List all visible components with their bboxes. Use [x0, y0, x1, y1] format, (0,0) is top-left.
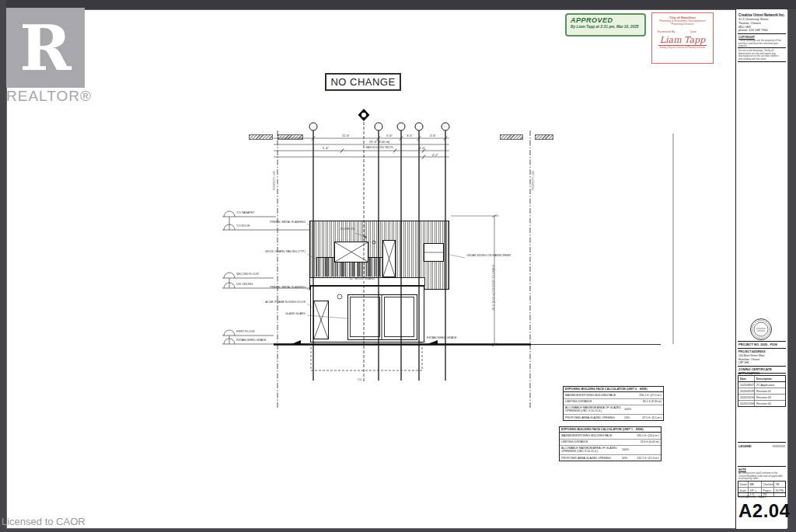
drawn-value: MB [749, 482, 762, 487]
rev-desc: ZC Application [755, 382, 785, 388]
rev-desc-header: Description [755, 376, 785, 381]
divider [738, 492, 786, 493]
row-pct: 100% [622, 448, 634, 451]
dim-text: 5'-4" [311, 146, 340, 150]
table-row: ALLOWABLE MAXIMUM AREA OF GLAZED OPENING… [560, 446, 661, 455]
calc-table-unit1: EXPOSING BUILDING FACE CALCULATION (UNIT… [559, 426, 662, 461]
row-pct: 50% [622, 457, 634, 460]
revision-row: 2020/08/07 ZC Application [738, 382, 785, 388]
date-label: Date [690, 30, 696, 33]
annotation: WOOD GUARD RAILING (TYP.) [233, 251, 305, 254]
dim-text: 5'-6" [379, 134, 400, 137]
divider [738, 373, 786, 374]
legend-value: XXXXXX [773, 445, 785, 449]
firm-phone: phone: 416 538 7940 [738, 29, 785, 33]
dim-height-rotated: 28'-6" [8.69 m] T/O ROOF TO GRADE [492, 225, 495, 311]
row-value: 30.1 ft (9.30 m) [636, 400, 662, 403]
calc-table-title: EXPOSING BUILDING FACE CALCULATION (UNIT… [564, 387, 663, 392]
approved-title: APPROVED [571, 16, 641, 24]
row-pct: 13% [624, 416, 636, 419]
licensed-to-text: Licensed to CAOR [2, 516, 86, 527]
title-block: Creative Union Network Inc. 11 X Univers… [735, 9, 787, 529]
row-value: 132.2 ft² (12.3 m²) [634, 457, 659, 460]
legend-label: LEGEND [738, 445, 752, 449]
row-label: PROPOSED AREA GLAZED OPENING [565, 416, 624, 419]
level-label: FIRST FLOOR [236, 331, 255, 334]
table-row: LIMITING DISTANCE 30.1 ft (9.30 m) [564, 399, 663, 405]
checked-value: TM [774, 482, 785, 487]
hatch-bar-right-1 [500, 134, 523, 140]
project-number: PROJECT NO. 2020 - P036 [738, 343, 785, 347]
city-of-hamilton-stamp: City of Hamilton Planning & Economic Dev… [651, 12, 714, 64]
hatch-bar-left-1 [249, 134, 273, 140]
annotation: CEDAR SIDING ON RAINSCREEN [466, 255, 511, 258]
sheet-number: A2.04 [738, 500, 791, 522]
info-row: Drawn MB Checked TM [738, 482, 785, 488]
row-label: ALLOWABLE MAXIMUM AREA OF GLAZED OPENING… [561, 447, 622, 453]
revision-row: 2020/10/16 Revision 03 [738, 395, 785, 401]
calc-table-title: EXPOSING BUILDING FACE CALCULATION (UNIT… [560, 427, 661, 433]
divider [738, 47, 786, 48]
row-value: 37.5 ft² (3.5 m²) [636, 416, 662, 419]
row-label: LIMITING DISTANCE [565, 400, 624, 403]
upper-window-right [424, 243, 444, 262]
hatch-bar-right-2 [535, 134, 553, 140]
revision-table: Date Description 2020/08/07 ZC Applicati… [738, 375, 786, 407]
approved-line: By Liam Tapp at 2:31 pm, Mar 10, 2025 [571, 25, 641, 29]
calc-table-unit2: EXPOSING BUILDING FACE CALCULATION (UNIT… [563, 386, 664, 421]
checked-label: Checked [762, 482, 774, 487]
sheet-title: ELEVATION - EAST [738, 495, 785, 499]
annotation: SLOPE 2% [340, 228, 354, 231]
project-address-line: L8P 1H6 [738, 361, 785, 364]
drawing-sheet-page: R REALTOR® Licensed to CAOR NO CHANGE [0, 0, 796, 532]
property-line-label-left: PROPERTY LINE [274, 171, 277, 190]
stamp-division: Planning Division [652, 23, 713, 26]
row-label: LIMITING DISTANCE [561, 440, 622, 443]
upper-balcony-door [382, 240, 396, 277]
row-value: 265.5 ft² (24.6 m²) [634, 434, 659, 437]
legend-row: LEGEND XXXXXX [738, 445, 785, 449]
divider [738, 348, 786, 349]
table-row: LIMITING DISTANCE 19.6 ft (6.00 m) [560, 440, 661, 446]
lower-entry-door [313, 301, 329, 339]
rev-desc: Revision 04 [755, 401, 785, 406]
project-address-heading: PROJECT ADDRESS [738, 350, 785, 353]
row-label: MAXIMUM EXPOSING BUILDING FACE [565, 394, 624, 397]
divider [738, 366, 786, 367]
annotation: ALUM. FRAME SLIDING DOOR [233, 301, 305, 304]
dim-text: 4'-0" [407, 146, 437, 150]
note-body: All construction shall conform to the On… [738, 472, 785, 481]
stamp-examined-row: Examined By Date [652, 30, 713, 33]
revision-row: 2020/12/08 Revision 04 [738, 401, 785, 406]
annotation: GLASS GUARD [233, 313, 305, 316]
drawn-label: Drawn [738, 482, 749, 487]
revision-header-row: Date Description [738, 376, 785, 382]
upper-window-left [334, 242, 368, 263]
divider [738, 442, 786, 443]
revision-row: 2020/09/28 Revision 02 [738, 388, 785, 395]
rev-date: 2020/08/07 [738, 382, 755, 388]
divider [738, 33, 786, 34]
dim-text: 3'-0" [399, 134, 421, 137]
level-label: ESTABLISHED GRADE [236, 339, 266, 342]
annotation: 42" WOOD GUARD [349, 278, 375, 281]
row-value: 290.1 ft² (27.0 m²) [636, 394, 662, 397]
approved-stamp: APPROVED By Liam Tapp at 2:31 pm, Mar 10… [565, 13, 646, 37]
row-label: MAXIMUM EXPOSING BUILDING FACE [561, 434, 622, 437]
realtor-logo-letter: R [19, 17, 71, 79]
glazing-pane-left [350, 297, 380, 337]
table-row: ALLOWABLE MAXIMUM AREA OF GLAZED OPENING… [564, 405, 663, 415]
annotation: ESTABLISHED GRADE [427, 337, 456, 340]
table-row: PROPOSED AREA GLAZED OPENING 50% 132.2 f… [560, 455, 661, 461]
annotation: PREFIN. METAL FLASHING [233, 287, 305, 290]
rev-desc: Revision 02 [755, 388, 785, 394]
table-row: MAXIMUM EXPOSING BUILDING FACE 290.1 ft²… [564, 392, 663, 398]
dim-total-width: 29'-6" [9.00 m] [334, 140, 424, 144]
level-label: SECOND FLOOR [236, 273, 259, 276]
divider [738, 61, 786, 62]
rev-date: 2020/12/08 [738, 401, 755, 406]
signature: Liam Tapp [652, 36, 713, 44]
rev-date: 2020/10/16 [738, 395, 755, 400]
table-row: PROPOSED AREA GLAZED OPENING 13% 37.5 ft… [564, 415, 663, 420]
rev-date-header: Date [738, 376, 755, 381]
